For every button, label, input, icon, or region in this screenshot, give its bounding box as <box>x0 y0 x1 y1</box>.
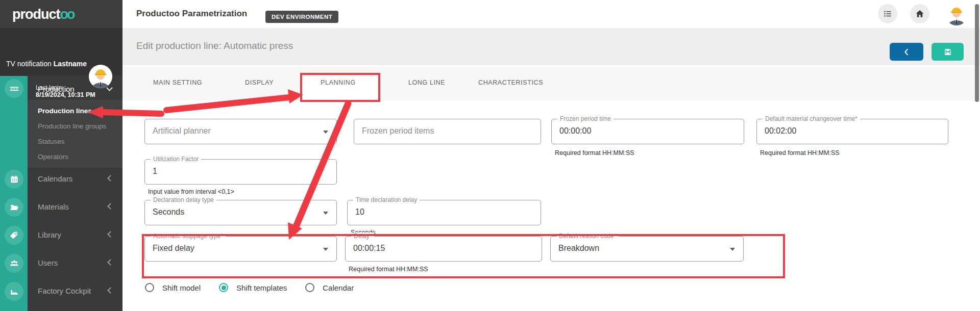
annotation-box-planning-tab <box>300 73 380 102</box>
chevron-left-icon[interactable] <box>107 175 114 182</box>
field-label: Frozen period time <box>557 115 614 122</box>
helper-text: Required format HH:MM:SS <box>760 149 840 157</box>
sidebar-item-statuses[interactable]: Statuses <box>38 138 65 145</box>
chevron-left-icon[interactable] <box>107 287 114 294</box>
productoo-logo[interactable]: productoo <box>12 7 74 22</box>
annotation-box-stoppage-row <box>142 234 785 278</box>
helper-text: Required format HH:MM:SS <box>555 149 634 157</box>
tab-characteristics[interactable]: CHARACTERISTICS <box>478 79 543 86</box>
sidebar: productoo TV notification Lastname Last … <box>0 0 122 311</box>
factory-glyph-icon <box>9 287 19 297</box>
worker-avatar-icon <box>945 3 968 25</box>
list-icon <box>883 9 893 19</box>
user-panel: TV notification Lastname Last login: 8/1… <box>0 28 122 76</box>
radio-label-shift-templates: Shift templates <box>236 283 287 292</box>
tab-bar: MAIN SETTING DISPLAY PLANNING LONG LINE … <box>122 65 980 100</box>
page-header: Edit production line: Automatic press <box>122 28 980 65</box>
users-glyph-icon <box>9 258 19 269</box>
radio-shift-model[interactable] <box>145 283 154 292</box>
field-value: 1 <box>153 167 157 176</box>
field-value: 10 <box>355 208 364 217</box>
user-name: TV notification Lastname <box>5 60 87 68</box>
factory-icon[interactable] <box>5 282 23 301</box>
sidebar-item-library[interactable]: Library <box>38 230 61 239</box>
save-icon <box>943 47 952 57</box>
folder-icon[interactable] <box>5 198 23 217</box>
env-badge: DEV ENVIRONMENT <box>265 11 338 23</box>
sidebar-item-production-lines[interactable]: Production lines <box>38 107 92 115</box>
chevron-left-icon[interactable] <box>107 231 114 238</box>
default-material-changeover-time-input[interactable]: Default material changeover time* 00:02:… <box>756 119 948 144</box>
field-label: Time declaration delay <box>353 196 420 203</box>
frozen-period-items-input[interactable]: Frozen period items <box>354 119 541 144</box>
conveyor-icon <box>9 83 20 94</box>
top-bar: Productoo Parametrization DEV ENVIRONMEN… <box>122 0 980 28</box>
sidebar-item-materials[interactable]: Materials <box>38 202 69 211</box>
sidebar-item-production-line-groups[interactable]: Production line groups <box>38 122 106 130</box>
frozen-period-time-input[interactable]: Frozen period time 00:00:00 <box>551 119 744 144</box>
tab-display[interactable]: DISPLAY <box>245 79 274 86</box>
home-icon <box>915 9 925 19</box>
chevron-left-icon <box>902 47 911 57</box>
helper-text: Input value from interval <0,1> <box>148 188 234 195</box>
tab-long-line[interactable]: LONG LINE <box>408 79 445 86</box>
tags-glyph-icon <box>9 230 19 241</box>
logo-oo-icon: oo <box>60 7 74 22</box>
production-lines-icon[interactable] <box>5 79 23 98</box>
artificial-planner-select[interactable]: Artificial planner <box>144 119 337 144</box>
sidebar-item-production[interactable]: Production <box>38 85 75 93</box>
save-button[interactable] <box>932 43 964 61</box>
field-value: Seconds <box>153 208 184 217</box>
sidebar-item-calendars[interactable]: Calendars <box>38 174 72 183</box>
radio-calendar[interactable] <box>305 283 314 292</box>
field-value: 00:00:00 <box>559 126 591 136</box>
logo-text: product <box>12 7 60 22</box>
planning-form: Artificial planner Frozen period items F… <box>122 100 980 311</box>
utilization-factor-input[interactable]: Utilization Factor 1 <box>144 159 337 185</box>
tag-icon[interactable] <box>5 226 23 245</box>
sidebar-item-factory-cockpit[interactable]: Factory Cockpit <box>38 287 91 295</box>
page-title: Edit production line: Automatic press <box>136 40 293 51</box>
chevron-left-icon[interactable] <box>107 259 114 266</box>
list-view-button[interactable] <box>878 4 897 23</box>
chevron-down-icon <box>323 212 328 215</box>
radio-label-shift-model: Shift model <box>162 283 201 292</box>
declaration-delay-type-select[interactable]: Declaration delay type Seconds <box>144 200 337 225</box>
vertical-scrollbar-thumb[interactable] <box>975 4 979 102</box>
chevron-left-icon[interactable] <box>107 203 114 210</box>
tab-main-setting[interactable]: MAIN SETTING <box>153 79 202 86</box>
radio-label-calendar: Calendar <box>323 283 354 292</box>
calendar-icon[interactable] <box>5 170 23 189</box>
schedule-source-radio-group: Shift model Shift templates Calendar <box>145 283 364 292</box>
field-value: 00:02:00 <box>765 126 796 136</box>
back-button[interactable] <box>890 43 923 61</box>
field-label: Declaration delay type <box>151 196 216 203</box>
radio-shift-templates[interactable] <box>219 283 228 292</box>
home-button[interactable] <box>910 4 929 23</box>
users-icon[interactable] <box>5 254 23 273</box>
artificial-planner-placeholder: Artificial planner <box>153 126 211 136</box>
open-folder-glyph-icon <box>9 202 19 213</box>
calendar-glyph-icon <box>9 174 19 185</box>
sidebar-icon-rail <box>0 76 28 311</box>
sidebar-item-users[interactable]: Users <box>38 258 58 267</box>
frozen-period-items-placeholder: Frozen period items <box>362 126 434 136</box>
app-title: Productoo Parametrization <box>136 9 247 19</box>
field-label: Default material changeover time* <box>763 115 860 122</box>
chevron-down-icon <box>323 131 328 134</box>
logo-band: productoo <box>0 0 122 28</box>
profile-avatar[interactable] <box>945 3 968 25</box>
sidebar-item-operators[interactable]: Operators <box>38 153 68 161</box>
time-declaration-delay-input[interactable]: Time declaration delay 10 <box>347 200 541 225</box>
app-window: productoo TV notification Lastname Last … <box>0 0 980 311</box>
field-label: Utilization Factor <box>151 156 201 163</box>
